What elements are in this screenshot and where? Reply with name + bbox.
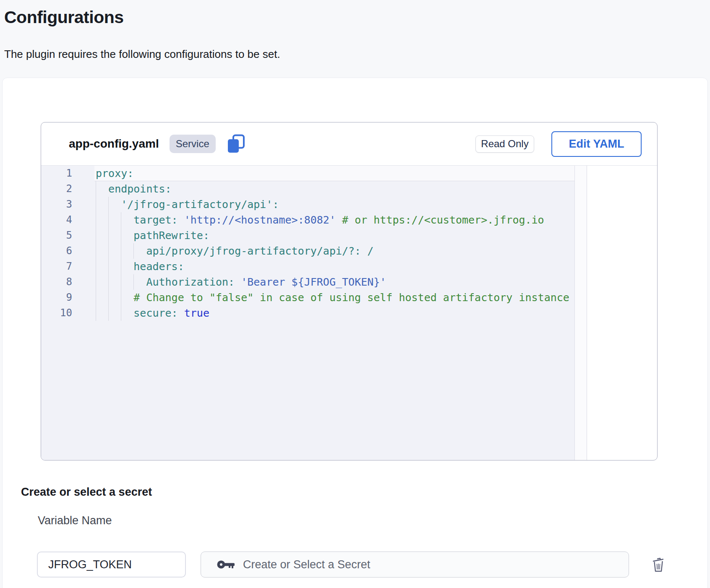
editor-header: app-config.yaml Service Read Only Edit Y… <box>41 122 657 165</box>
code-editor[interactable]: 12345678910 proxy: endpoints: '/jfrog-ar… <box>41 165 657 460</box>
code-line: endpoints: <box>94 181 574 197</box>
line-number: 1 <box>41 166 94 181</box>
page-title: Configurations <box>4 8 124 27</box>
config-panel: app-config.yaml Service Read Only Edit Y… <box>2 78 708 588</box>
code-line: proxy: <box>94 166 574 181</box>
secret-select-placeholder: Create or Select a Secret <box>243 558 370 571</box>
code-token-key: target: <box>133 214 178 226</box>
indent-guide <box>121 243 121 259</box>
indent-guide <box>96 212 96 228</box>
editor-filename: app-config.yaml <box>69 137 159 151</box>
code-token-atom: true <box>184 307 209 319</box>
service-badge: Service <box>170 135 216 153</box>
edit-yaml-button[interactable]: Edit YAML <box>551 131 642 157</box>
indent-guide <box>133 274 134 290</box>
code-token-key: headers: <box>133 260 184 273</box>
code-token-plain <box>178 307 184 319</box>
trash-icon <box>652 557 665 573</box>
indent-guide <box>121 259 121 274</box>
indent-guide <box>121 305 121 321</box>
indent-guide <box>108 228 109 243</box>
code-line: target: 'http://<hostname>:8082' # or ht… <box>94 212 574 228</box>
indent-guide <box>96 228 96 243</box>
indent-guide <box>121 290 121 305</box>
code-token-com: # or https://<customer>.jfrog.io <box>342 214 544 226</box>
line-number: 2 <box>41 181 94 197</box>
indent-guide <box>121 274 121 290</box>
secret-section-heading: Create or select a secret <box>21 486 152 499</box>
delete-secret-button[interactable] <box>650 556 666 574</box>
indent-guide <box>96 274 96 290</box>
code-token-str: 'Bearer ${JFROG_TOKEN}' <box>241 276 386 288</box>
secret-select-input[interactable]: Create or Select a Secret <box>201 552 629 578</box>
variable-name-input[interactable] <box>37 552 186 578</box>
code-token-plain <box>235 276 241 288</box>
code-line: secure: true <box>94 305 574 321</box>
editor-scrollbar[interactable] <box>574 166 587 460</box>
code-token-key: api/proxy/jfrog-artifactory/api/?: / <box>146 245 373 257</box>
code-line: Authorization: 'Bearer ${JFROG_TOKEN}' <box>94 274 574 290</box>
code-token-plain <box>178 214 184 226</box>
code-line: pathRewrite: <box>94 228 574 243</box>
line-number: 6 <box>41 243 94 259</box>
indent-guide <box>108 197 109 212</box>
indent-guide <box>96 181 96 197</box>
indent-guide <box>108 290 109 305</box>
indent-guide <box>96 305 96 321</box>
line-number: 5 <box>41 228 94 243</box>
indent-guide <box>96 243 96 259</box>
indent-guide <box>133 243 134 259</box>
code-token-key: '/jfrog-artifactory/api': <box>121 198 279 211</box>
code-token-str: 'http://<hostname>:8082' <box>184 214 336 226</box>
code-line: api/proxy/jfrog-artifactory/api/?: / <box>94 243 574 259</box>
copy-icon-glyph <box>227 134 245 154</box>
code-token-com: # Change to "false" in case of using sel… <box>133 291 569 304</box>
page-subtitle: The plugin requires the following config… <box>4 48 280 61</box>
indent-guide <box>108 243 109 259</box>
indent-guide <box>96 290 96 305</box>
code-line: '/jfrog-artifactory/api': <box>94 197 574 212</box>
code-lines: proxy: endpoints: '/jfrog-artifactory/ap… <box>94 166 574 321</box>
line-number: 9 <box>41 290 94 305</box>
line-number: 3 <box>41 197 94 212</box>
yaml-editor-card: app-config.yaml Service Read Only Edit Y… <box>41 122 658 461</box>
key-icon <box>217 559 235 570</box>
code-line: # Change to "false" in case of using sel… <box>94 290 574 305</box>
indent-guide <box>108 259 109 274</box>
variable-name-label: Variable Name <box>38 514 112 527</box>
line-number: 4 <box>41 212 94 228</box>
indent-guide <box>96 197 96 212</box>
indent-guide <box>96 259 96 274</box>
line-number: 8 <box>41 274 94 290</box>
code-token-key: endpoints: <box>108 183 172 195</box>
indent-guide <box>108 274 109 290</box>
line-number-gutter: 12345678910 <box>41 166 94 321</box>
copy-icon[interactable] <box>227 134 246 154</box>
indent-guide <box>121 212 121 228</box>
indent-guide <box>108 212 109 228</box>
code-token-plain <box>336 214 342 226</box>
code-token-key: proxy: <box>96 167 133 180</box>
indent-guide <box>121 228 121 243</box>
line-number: 10 <box>41 305 94 321</box>
code-line: headers: <box>94 259 574 274</box>
code-token-key: secure: <box>133 307 178 319</box>
indent-guide <box>108 305 109 321</box>
read-only-button[interactable]: Read Only <box>475 135 534 153</box>
configurations-page: Configurations The plugin requires the f… <box>0 0 710 588</box>
code-token-key: Authorization: <box>146 276 235 288</box>
line-number: 7 <box>41 259 94 274</box>
code-token-key: pathRewrite: <box>133 229 209 242</box>
